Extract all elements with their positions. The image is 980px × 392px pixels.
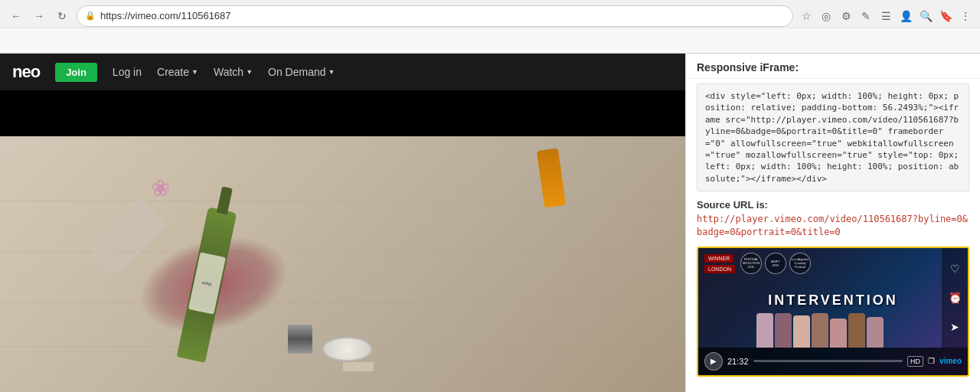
video-controls: ▶ 21:32 HD ❐ vimeo — [698, 348, 968, 375]
vimeo-nav: neo Join Log in Create ▼ Watch ▼ On Dema… — [0, 54, 685, 90]
address-bar[interactable]: 🔒 https://vimeo.com/110561687 — [77, 5, 793, 27]
extensions-icon[interactable]: ◎ — [818, 8, 835, 24]
person-icon[interactable]: 👤 — [897, 8, 914, 24]
video-still: ❀ WINE — [0, 90, 685, 392]
back-button[interactable]: ← — [6, 6, 26, 26]
puzzle-icon[interactable]: ⚙ — [838, 8, 854, 24]
movie-title: INTERVENTION — [698, 292, 968, 309]
wine-scene: ❀ WINE — [0, 136, 685, 392]
pencil-icon[interactable]: ✎ — [858, 8, 874, 24]
forward-button[interactable]: → — [29, 6, 49, 26]
person-2 — [775, 313, 792, 348]
iframe-code[interactable]: <div style="left: 0px; width: 100%; heig… — [697, 83, 969, 191]
create-label: Create — [157, 66, 189, 78]
watch-link[interactable]: Watch ▼ — [214, 66, 253, 78]
star-icon[interactable]: ☆ — [798, 8, 815, 24]
right-panel: Responsive iFrame: <div style="left: 0px… — [685, 54, 980, 392]
person-7 — [867, 317, 884, 348]
ashtray — [322, 337, 372, 361]
panel-header: Responsive iFrame: — [686, 54, 980, 79]
person-4 — [812, 313, 828, 348]
clock-icon[interactable]: ⏰ — [944, 287, 965, 309]
winner-badge: WINNER — [704, 254, 733, 263]
festival-badge-1: FESTIVALSELECTION2015 — [740, 253, 762, 274]
watch-chevron-icon: ▼ — [246, 68, 253, 76]
lock-icon: 🔒 — [85, 11, 96, 21]
person-3 — [793, 315, 810, 348]
festival-badge-3: Los AngelesComedyFestival — [789, 253, 811, 274]
beer-can — [288, 325, 312, 354]
ondemand-label: On Demand — [268, 66, 325, 78]
vimeo-logo-text: neo — [12, 62, 40, 81]
play-button[interactable]: ▶ — [704, 352, 723, 371]
content-area: neo Join Log in Create ▼ Watch ▼ On Dema… — [0, 54, 980, 392]
festival-badge-2: ASIFT2015 — [765, 253, 786, 274]
london-badge: LONDON — [704, 265, 735, 273]
source-url-section: Source URL is: http://player.vimeo.com/v… — [686, 196, 980, 243]
black-letterbox — [0, 90, 685, 136]
ondemand-link[interactable]: On Demand ▼ — [268, 66, 335, 78]
fullscreen-icon[interactable]: ❐ — [928, 357, 935, 365]
login-link[interactable]: Log in — [113, 66, 142, 78]
flower: ❀ — [151, 175, 189, 205]
settings-icon[interactable]: ☰ — [877, 8, 894, 24]
vimeo-logo: neo — [12, 62, 40, 82]
source-url-label: Source URL is: — [697, 199, 969, 211]
cigarettes — [343, 362, 374, 371]
browser-top-bar: ← → ↻ 🔒 https://vimeo.com/110561687 ☆ ◎ … — [0, 0, 980, 28]
panel-title: Responsive iFrame: — [697, 61, 799, 74]
ondemand-chevron-icon: ▼ — [328, 68, 335, 76]
create-chevron-icon: ▼ — [191, 68, 198, 76]
heart-icon[interactable]: ♡ — [944, 258, 965, 279]
browser-chrome: ← → ↻ 🔒 https://vimeo.com/110561687 ☆ ◎ … — [0, 0, 980, 54]
video-thumbnail: WINNER LONDON FESTIVALSELECTION2015 ASIF… — [697, 247, 969, 377]
hd-badge: HD — [907, 356, 923, 367]
vimeo-logo-small: vimeo — [939, 357, 962, 365]
orange-bottle — [537, 148, 566, 207]
person-1 — [756, 313, 773, 348]
video-area: ❀ WINE — [0, 90, 685, 392]
bookmark-icon[interactable]: 🔖 — [937, 8, 954, 24]
menu-icon[interactable]: ⋮ — [957, 8, 974, 24]
browser-actions: ☆ ◎ ⚙ ✎ ☰ 👤 🔍 🔖 ⋮ — [798, 8, 974, 24]
person-6 — [848, 313, 865, 348]
login-label: Log in — [113, 66, 142, 78]
create-link[interactable]: Create ▼ — [157, 66, 198, 78]
browser-toolbar — [0, 28, 980, 53]
source-url-link[interactable]: http://player.vimeo.com/video/110561687?… — [697, 213, 969, 239]
search-icon[interactable]: 🔍 — [917, 8, 934, 24]
watch-label: Watch — [214, 66, 243, 78]
url-text: https://vimeo.com/110561687 — [100, 10, 785, 21]
nav-buttons: ← → ↻ — [6, 6, 72, 26]
time-display: 21:32 — [727, 357, 749, 366]
join-button[interactable]: Join — [55, 63, 97, 82]
festival-badges: FESTIVALSELECTION2015 ASIFT2015 Los Ange… — [740, 253, 811, 274]
side-actions: ♡ ⏰ ➤ — [942, 248, 968, 348]
people-row — [698, 309, 942, 348]
vimeo-panel: neo Join Log in Create ▼ Watch ▼ On Dema… — [0, 54, 685, 392]
progress-bar[interactable] — [753, 360, 903, 362]
share-icon[interactable]: ➤ — [944, 316, 965, 338]
reload-button[interactable]: ↻ — [52, 6, 72, 26]
person-5 — [830, 318, 847, 348]
